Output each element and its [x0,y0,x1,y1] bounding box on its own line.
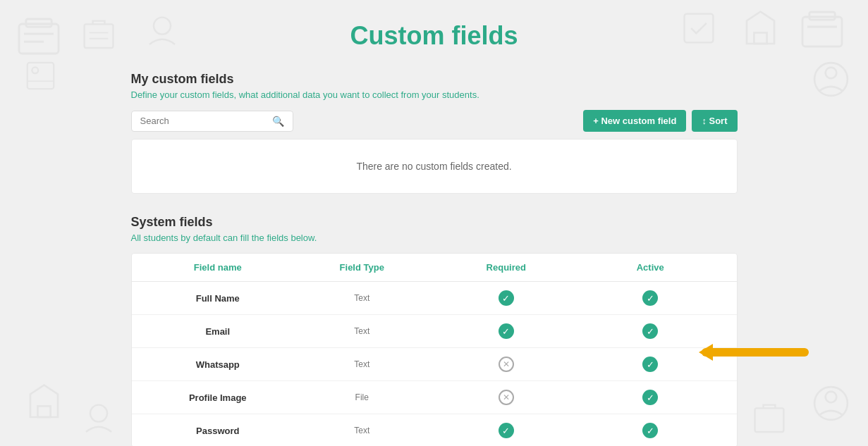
my-custom-fields-section: My custom fields Define your custom fiel… [131,72,738,194]
search-icon: 🔍 [272,116,284,127]
svg-rect-14 [754,32,766,44]
search-box[interactable]: 🔍 [131,111,293,132]
cell-active: ✓ [578,390,723,405]
action-buttons: + New custom field ↕ Sort [583,110,737,132]
active-check-icon: ✓ [642,290,658,306]
table-row: Email Text ✓ ✓ [132,315,737,348]
cell-field-type: Text [290,326,434,336]
page-title: Custom fields [131,14,738,51]
cell-required: ✕ [434,390,579,405]
required-check-icon: ✓ [499,290,514,306]
active-check-icon: ✓ [642,390,658,405]
sort-button[interactable]: ↕ Sort [692,110,737,132]
svg-point-19 [90,405,107,422]
system-fields-subtitle: All students by default can fill the fie… [131,233,738,243]
cell-field-type: Text [290,293,434,303]
table-row: Full Name Text ✓ ✓ [132,282,737,315]
empty-custom-fields-message: There are no custom fields created. [131,139,738,194]
cell-active: ✓ [578,423,723,438]
table-header: Field name Field Type Required Active [132,254,737,282]
cell-field-type: Text [290,359,434,369]
active-check-icon: ✓ [642,357,658,372]
required-check-icon: ✓ [499,423,514,438]
cell-active: ✓ [578,323,723,339]
system-fields-table: Field name Field Type Required Active Fu… [131,253,738,446]
main-content: Custom fields My custom fields Define yo… [117,0,752,446]
cell-field-type: Text [290,426,434,435]
col-header-type: Field Type [290,262,434,273]
cell-field-name: Password [146,426,291,436]
svg-rect-8 [27,63,54,89]
required-none-icon: ✕ [499,357,514,372]
table-body: Full Name Text ✓ ✓ Email Text ✓ ✓ Whatsa… [132,282,737,446]
cell-required: ✓ [434,290,579,306]
cell-active: ✓ [578,290,723,306]
svg-point-16 [826,68,837,79]
col-header-name: Field name [146,262,291,273]
svg-rect-4 [85,24,114,48]
table-row: Whatsapp Text ✕ ✓ [132,348,737,381]
cell-field-name: Full Name [146,293,291,304]
search-and-actions-bar: 🔍 + New custom field ↕ Sort [131,110,738,132]
search-input[interactable] [140,116,268,126]
cell-active: ✓ [578,357,723,372]
svg-rect-11 [802,17,842,47]
col-header-active: Active [578,262,723,273]
cell-field-name: Email [146,326,291,337]
my-custom-fields-title: My custom fields [131,72,738,87]
svg-point-20 [814,387,848,420]
svg-rect-0 [19,24,59,54]
table-row: Password Text ✓ ✓ [132,414,737,446]
svg-rect-18 [37,406,50,417]
active-check-icon: ✓ [642,423,658,438]
cell-required: ✕ [434,357,579,372]
required-none-icon: ✕ [499,390,514,405]
system-fields-title: System fields [131,215,738,230]
cell-field-name: Whatsapp [146,359,291,370]
svg-point-21 [826,392,837,403]
cell-field-name: Profile Image [146,392,291,403]
svg-rect-1 [26,19,51,27]
table-row: Profile Image File ✕ ✓ [132,381,737,414]
active-check-icon: ✓ [642,323,658,339]
svg-rect-22 [755,408,784,432]
cell-field-type: File [290,392,434,402]
cell-required: ✓ [434,423,579,438]
svg-rect-12 [809,12,835,20]
my-custom-fields-subtitle: Define your custom fields, what addition… [131,89,738,100]
new-custom-field-button[interactable]: + New custom field [583,110,686,132]
required-check-icon: ✓ [499,323,514,339]
svg-point-9 [32,67,38,73]
cell-required: ✓ [434,323,579,339]
system-fields-section: System fields All students by default ca… [131,215,738,446]
svg-point-15 [814,63,848,96]
col-header-required: Required [434,262,579,273]
